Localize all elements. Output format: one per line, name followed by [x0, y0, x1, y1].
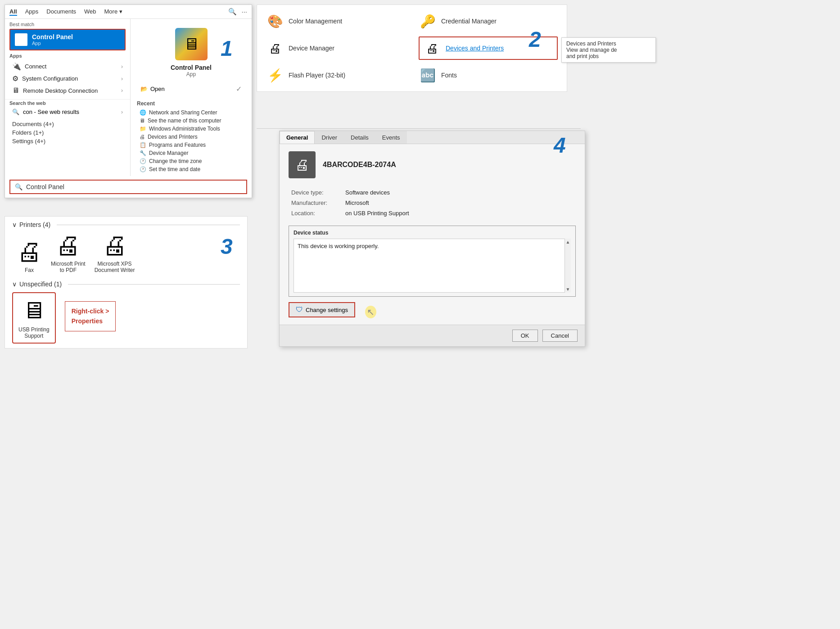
cp-item-device-manager[interactable]: 🖨 Device Manager — [266, 36, 405, 60]
printer-fax[interactable]: 🖨 Fax — [17, 239, 42, 273]
start-menu-tabs: All Apps Documents Web More ▾ — [9, 8, 122, 16]
app-item-system-config[interactable]: ⚙ System Configuration › — [9, 72, 126, 85]
unspecified-group-header: ∨ Unspecified (1) — [12, 281, 240, 288]
tab-general[interactable]: General — [280, 131, 315, 144]
recent-network[interactable]: 🌐 Network and Sharing Center — [137, 109, 245, 117]
recent-time-zone[interactable]: 🕐 Change the time zone — [137, 157, 245, 165]
devices-panel: ∨ Printers (4) 🖨 Fax 🖨 Microsoft Printto… — [5, 216, 248, 348]
open-icon: 📂 — [140, 86, 148, 92]
location-value: on USB Printing Support — [343, 208, 576, 218]
network-icon: 🌐 — [140, 109, 146, 116]
cp-item-fonts[interactable]: 🔤 Fonts — [419, 66, 558, 84]
control-panel-icon: 🖥 — [15, 33, 27, 46]
location-row: Location: on USB Printing Support — [289, 208, 576, 218]
color-management-icon: 🎨 — [266, 12, 284, 30]
badge-2: 2 — [529, 27, 541, 52]
recent-device-manager[interactable]: 🔧 Device Manager — [137, 149, 245, 157]
properties-footer: OK Cancel — [280, 325, 585, 346]
app-name-system-config: System Configuration — [22, 75, 78, 82]
scroll-up-icon[interactable]: ▲ — [565, 239, 571, 245]
tab-documents[interactable]: Documents — [46, 8, 76, 16]
device-icon: 🖨 — [289, 151, 316, 178]
start-search-bar[interactable]: 🔍 — [9, 180, 247, 194]
fonts-icon: 🔤 — [419, 66, 437, 84]
set-time-icon: 🕐 — [140, 166, 146, 172]
tab-driver[interactable]: Driver — [315, 131, 344, 144]
tab-events[interactable]: Events — [375, 131, 407, 144]
chevron-down-unspecified[interactable]: ∨ — [12, 281, 17, 288]
search-input[interactable] — [26, 183, 242, 190]
unspecified-section: ∨ Unspecified (1) 🖥 USB PrintingSupport … — [12, 281, 240, 344]
unspecified-divider — [68, 284, 240, 285]
tab-more[interactable]: More ▾ — [104, 8, 122, 16]
tab-apps[interactable]: Apps — [25, 8, 39, 16]
devices-printers-icon: 🖨 — [140, 134, 145, 140]
properties-tabs: General Driver Details Events — [280, 131, 585, 144]
fax-icon: 🖨 — [17, 239, 42, 264]
badge-3: 3 — [221, 234, 233, 259]
best-match-item[interactable]: 🖥 Control Panel App — [9, 29, 126, 50]
manufacturer-label: Manufacturer: — [289, 198, 343, 208]
badge-1: 1 — [221, 36, 233, 61]
ok-button[interactable]: OK — [512, 330, 538, 342]
best-match-title: Control Panel — [32, 33, 73, 41]
apps-label: Apps — [9, 53, 126, 59]
tab-all[interactable]: All — [9, 8, 17, 16]
best-match-subtitle: App — [32, 41, 73, 46]
search-web-text: con - See web results — [23, 109, 79, 115]
control-panel-big-icon: 🖥 — [175, 28, 208, 60]
more-icon[interactable]: ··· — [241, 8, 247, 16]
folders-item[interactable]: Folders (1+) — [9, 128, 126, 137]
recent-programs-features[interactable]: 📋 Programs and Features — [137, 141, 245, 149]
cp-item-color-management[interactable]: 🎨 Color Management — [266, 12, 405, 30]
cp-item-label-color-management: Color Management — [289, 18, 342, 25]
chevron-right-icon: › — [121, 63, 123, 70]
recent-computer-name[interactable]: 🖥 See the name of this computer — [137, 117, 245, 125]
chevron-web-icon: › — [121, 109, 123, 115]
search-web-item[interactable]: 🔍 con - See web results › — [9, 107, 126, 117]
printer-fax-label: Fax — [25, 267, 34, 273]
device-manager-icon: 🔧 — [140, 150, 146, 156]
tab-web[interactable]: Web — [84, 8, 96, 16]
change-settings-label: Change settings — [306, 307, 348, 313]
documents-item[interactable]: Documents (4+) — [9, 120, 126, 128]
apps-section: Apps 🔌 Connect › ⚙ System Configuration … — [5, 50, 130, 99]
printer-ms-xps[interactable]: 🖨 Microsoft XPSDocument Writer — [95, 233, 135, 273]
shield-icon: 🛡 — [296, 306, 303, 314]
cancel-button[interactable]: Cancel — [542, 330, 578, 342]
app-name-connect: Connect — [25, 63, 46, 70]
app-item-connect[interactable]: 🔌 Connect › — [9, 60, 126, 72]
scroll-down-icon[interactable]: ▼ — [565, 286, 571, 293]
cp-popup-subtitle: App — [186, 71, 196, 77]
usb-device-icon: 🖥 — [22, 297, 45, 324]
cp-item-label-devices-printers: Devices and Printers — [446, 45, 504, 52]
recent-devices-printers[interactable]: 🖨 Devices and Printers — [137, 133, 245, 141]
cp-item-flash-player[interactable]: ⚡ Flash Player (32-bit) — [266, 66, 405, 84]
settings-item[interactable]: Settings (4+) — [9, 137, 126, 145]
manufacturer-row: Manufacturer: Microsoft — [289, 198, 576, 208]
status-scrollbar[interactable]: ▲ ▼ — [565, 239, 571, 293]
device-status-message: This device is working properly. — [298, 243, 379, 249]
chevron-down-printers[interactable]: ∨ — [12, 221, 17, 228]
chevron-right-icon-2: › — [121, 76, 123, 82]
chevron-check-icon: ✓ — [236, 85, 242, 93]
tab-details[interactable]: Details — [344, 131, 375, 144]
app-item-remote-desktop[interactable]: 🖥 Remote Desktop Connection › — [9, 85, 126, 96]
cp-item-label-fonts: Fonts — [441, 72, 457, 79]
admin-tools-icon: 📁 — [140, 126, 146, 132]
recent-admin-tools[interactable]: 📁 Windows Administrative Tools — [137, 125, 245, 133]
change-settings-button[interactable]: 🛡 Change settings — [289, 302, 355, 317]
printers-divider — [57, 225, 240, 225]
device-properties-panel: General Driver Details Events 🖨 4BARCODE… — [279, 131, 585, 347]
best-match-label: Best match — [9, 22, 126, 27]
printer-ms-print-pdf[interactable]: 🖨 Microsoft Printto PDF — [51, 233, 86, 273]
device-status-text-wrapper: This device is working properly. ▲ ▼ — [294, 239, 571, 293]
recent-set-time[interactable]: 🕐 Set the time and date — [137, 165, 245, 173]
credential-manager-icon: 🔑 — [419, 12, 437, 30]
cp-open-button[interactable]: 📂 Open ✓ — [137, 83, 245, 95]
search-icon[interactable]: 🔍 — [228, 8, 237, 16]
printer-ms-pdf-label: Microsoft Printto PDF — [51, 261, 86, 273]
usb-printing-support-item[interactable]: 🖥 USB PrintingSupport — [12, 292, 56, 344]
device-type-label: Device type: — [289, 187, 343, 198]
device-status-label: Device status — [294, 230, 571, 236]
